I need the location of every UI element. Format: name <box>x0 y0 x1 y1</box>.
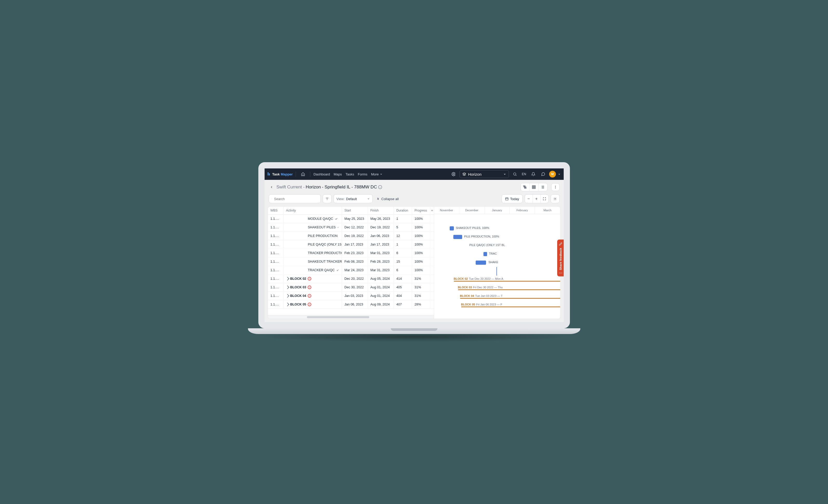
cell-activity: PILE PRODUCTION <box>284 232 342 240</box>
cell-start: Dec 30, 2022 <box>342 283 368 291</box>
warning-icon: ! <box>308 277 311 281</box>
nav-forms[interactable]: Forms <box>358 172 367 176</box>
search-field[interactable] <box>269 195 321 203</box>
col-finish[interactable]: Finish <box>368 207 394 214</box>
table-row[interactable]: 1.1.5.5.4.PILE QA/QC (ONLY 1ST BLOCJan 1… <box>268 240 434 249</box>
brand-name-2: Mapper <box>281 172 293 176</box>
table-row[interactable]: 1.1.5.5.4.SHAKEOUT TRACKERSFeb 08, 2023F… <box>268 257 434 266</box>
svg-point-14 <box>559 272 560 273</box>
fullscreen-button[interactable] <box>541 195 548 203</box>
cell-activity: SHAKEOUT TRACKERS <box>284 258 342 265</box>
home-icon[interactable] <box>299 170 307 178</box>
table-row[interactable]: 1.1.5.5.4.BLOCK 05!Jan 06, 2023Aug 09, 2… <box>268 300 434 309</box>
cell-activity: BLOCK 02! <box>284 275 342 283</box>
cell-start: May 25, 2023 <box>342 215 368 223</box>
col-progress[interactable]: Progress <box>412 207 430 214</box>
feedback-tab[interactable]: Share feedback <box>557 240 564 277</box>
settings-panel-button[interactable] <box>551 195 560 203</box>
cell-progress: 100% <box>412 215 430 223</box>
table-row[interactable]: 1.1.5.5.4.BLOCK 03!Dec 30, 2022Aug 01, 2… <box>268 283 434 292</box>
table-row[interactable]: 1.1.5.5.4.BLOCK 02!Dec 20, 2022Aug 05, 2… <box>268 275 434 283</box>
today-indicator <box>496 267 497 276</box>
avatar[interactable]: M <box>549 171 556 177</box>
view-prefix: View: <box>336 197 345 201</box>
today-button[interactable]: Today <box>502 195 523 203</box>
breadcrumb-proj: Horizon <box>305 184 321 190</box>
gantt-view-button[interactable] <box>521 183 530 191</box>
horizontal-scrollbar[interactable] <box>268 315 434 319</box>
col-duration[interactable]: Duration <box>394 207 412 214</box>
collapse-all-button[interactable]: Collapse all <box>375 197 400 201</box>
list-view-button[interactable] <box>538 183 547 191</box>
col-activity[interactable]: Activity <box>284 207 342 214</box>
table-row[interactable]: 1.1.5.5.4.BLOCK 04!Jan 03, 2023Aug 01, 2… <box>268 292 434 300</box>
settings-icon[interactable] <box>450 170 457 178</box>
view-select[interactable]: View: Default <box>334 195 373 203</box>
search-input[interactable] <box>274 197 318 201</box>
table-row[interactable]: 1.1.5.5.4.PILE PRODUCTIONDec 19, 2022Jan… <box>268 232 434 240</box>
cell-finish: Dec 19, 2022 <box>368 223 394 231</box>
layers-icon <box>462 172 466 176</box>
gantt-bar[interactable] <box>453 235 462 239</box>
collapse-label: Collapse all <box>381 197 399 201</box>
table-row[interactable]: 1.1.5.5.4.SHAKEOUT PILESDec 12, 2022Dec … <box>268 223 434 232</box>
gantt-bar[interactable] <box>450 226 454 230</box>
table-view-button[interactable] <box>530 183 538 191</box>
cell-duration: 1 <box>394 215 412 223</box>
zoom-out-button[interactable] <box>525 195 533 203</box>
expand-icon[interactable] <box>285 294 289 298</box>
more-actions-button[interactable] <box>551 183 560 191</box>
zoom-in-button[interactable] <box>533 195 541 203</box>
brand-name-1: Task <box>273 172 280 176</box>
grid-side: WBS Activity Start Finish Duration Progr… <box>268 207 434 319</box>
info-icon[interactable] <box>378 185 382 189</box>
nav-maps[interactable]: Maps <box>334 172 342 176</box>
chevron-down-icon[interactable] <box>558 173 561 175</box>
gantt-panel: WBS Activity Start Finish Duration Progr… <box>268 206 561 319</box>
cell-wbs: 1.1.5.5.4. <box>268 258 284 265</box>
table-row[interactable]: 1.1.5.5.4.MODULE QA/QCMay 25, 2023May 26… <box>268 215 434 223</box>
gantt-block-row[interactable]: BLOCK 05Fri Jan 06 2023 — F <box>434 301 560 310</box>
cell-finish: Aug 05, 2024 <box>368 275 394 283</box>
gantt-body: SHAKEOUT PILES, 100% PILE PRODUCTION, 10… <box>434 214 560 310</box>
nav-tasks[interactable]: Tasks <box>345 172 354 176</box>
expand-icon[interactable] <box>285 303 289 306</box>
expand-icon[interactable] <box>285 277 289 281</box>
chat-icon[interactable] <box>539 170 547 178</box>
cell-progress: 28% <box>412 300 430 308</box>
warning-icon: ! <box>308 286 311 289</box>
language-toggle[interactable]: EN <box>521 172 527 176</box>
nav-more[interactable]: More <box>371 172 382 176</box>
gantt-bar[interactable] <box>476 260 486 265</box>
gantt-block-row[interactable]: BLOCK 03Fri Dec 30 2022 — Thu <box>434 284 560 293</box>
pencil-icon <box>559 242 563 246</box>
cell-start: Mar 24, 2023 <box>342 266 368 274</box>
col-start[interactable]: Start <box>342 207 368 214</box>
gantt-block-row[interactable]: BLOCK 04Tue Jan 03 2023 — T <box>434 293 560 301</box>
cell-activity: SHAKEOUT PILES <box>284 223 342 231</box>
table-row[interactable]: 1.1.5.5.4.TRACKER QA/QCMar 24, 2023Mar 3… <box>268 266 434 275</box>
add-column-button[interactable] <box>430 207 434 214</box>
cell-duration: 15 <box>394 258 412 265</box>
gantt-bar[interactable] <box>484 252 487 256</box>
back-button[interactable] <box>269 184 275 190</box>
nav-dashboard[interactable]: Dashboard <box>314 172 330 176</box>
svg-marker-1 <box>463 173 466 174</box>
gantt-bar-label: TRAC <box>489 252 497 255</box>
svg-point-11 <box>272 199 272 199</box>
warning-icon: ! <box>308 294 311 298</box>
project-selector[interactable]: Horizon <box>460 170 509 178</box>
cell-start: Dec 19, 2022 <box>342 232 368 240</box>
zoom-group <box>525 195 549 203</box>
bell-icon[interactable] <box>529 170 537 178</box>
search-icon[interactable] <box>511 170 519 178</box>
gantt-block-row[interactable]: BLOCK 02Tue Dec 20 2022 — Mon A <box>434 276 560 284</box>
col-wbs[interactable]: WBS <box>268 207 284 214</box>
expand-icon[interactable] <box>285 286 289 289</box>
table-row[interactable]: 1.1.5.5.4.TRACKER PRODUCTION (6DAFeb 23,… <box>268 249 434 257</box>
filter-button[interactable] <box>323 195 332 203</box>
cell-activity: TRACKER PRODUCTION (6DA <box>284 249 342 257</box>
brand-logo[interactable]: TaskMapper <box>268 172 293 176</box>
check-icon <box>335 217 338 220</box>
timeline-month: January <box>485 207 510 214</box>
